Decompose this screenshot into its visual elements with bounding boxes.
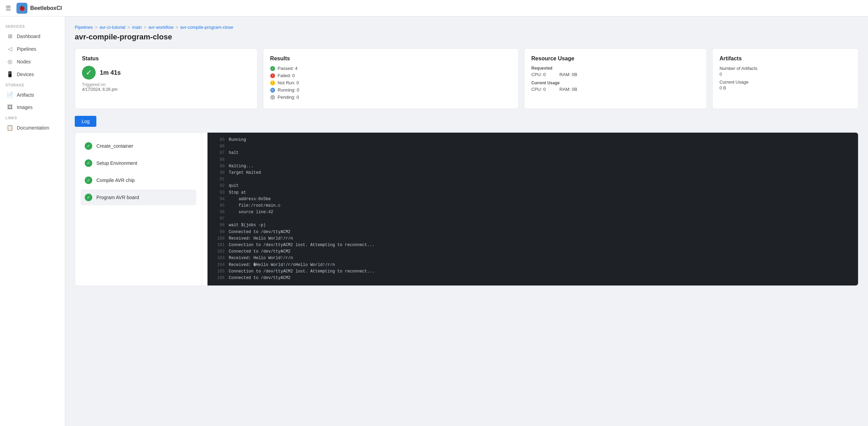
- resource-card-title: Resource Usage: [531, 56, 700, 62]
- result-item-3: ↻Running: 0: [270, 87, 512, 93]
- results-list: ✓Passed: 4!Failed: 0!Not Run: 0↻Running:…: [270, 66, 512, 100]
- resource-current-row: CPU: 0 RAM: 0B: [531, 87, 700, 92]
- log-line-17: 102Connected to /dev/ttyACM2: [207, 248, 858, 255]
- sidebar-item-artifacts[interactable]: 📄Artifacts: [0, 88, 65, 101]
- app-logo: 🐞 BeetleboxCI: [16, 3, 62, 14]
- resource-requested-row: CPU: 0 RAM: 0B: [531, 72, 700, 77]
- log-num-11: 96: [212, 209, 225, 216]
- log-line-8: 93Stop at: [207, 190, 858, 196]
- breadcrumb-item-0[interactable]: Pipelines: [75, 25, 93, 30]
- log-num-6: 91: [212, 176, 225, 183]
- sidebar-item-nodes[interactable]: ◎Nodes: [0, 55, 65, 68]
- breadcrumb-sep-0: >: [95, 25, 98, 30]
- log-num-0: 85: [212, 137, 225, 143]
- log-num-18: 103: [212, 255, 225, 261]
- bottom-section: ✓Create_container✓Setup Environment✓Comp…: [75, 132, 858, 286]
- log-line-21: 106Connected to /dev/ttyACM2: [207, 275, 858, 281]
- log-line-14: 99Connected to /dev/ttyACM2: [207, 229, 858, 235]
- breadcrumb-item-3[interactable]: avr-workflow: [148, 25, 174, 30]
- status-check-icon: ✓: [82, 66, 96, 80]
- log-text-5: Target Halted: [229, 170, 261, 176]
- log-panel[interactable]: 85Running8687halt8889Halting...90Target …: [207, 133, 858, 285]
- log-text-7: quit: [229, 183, 239, 189]
- logo-icon: 🐞: [16, 3, 27, 14]
- log-line-11: 96 source line:42: [207, 209, 858, 216]
- artifacts-current-value: 0 B: [720, 85, 851, 90]
- step-label-compile_avr: Compile AVR chip: [96, 178, 135, 183]
- log-num-4: 89: [212, 163, 225, 170]
- step-check-compile_avr: ✓: [85, 177, 92, 184]
- log-text-8: Stop at: [229, 190, 246, 196]
- log-text-13: wait $(jobs -p): [229, 222, 266, 229]
- log-text-21: Connected to /dev/ttyACM2: [229, 275, 290, 281]
- log-line-0: 85Running: [207, 137, 858, 143]
- sidebar-item-images[interactable]: 🖼Images: [0, 101, 65, 113]
- breadcrumb-item-4[interactable]: avr-compile-program-close: [180, 25, 233, 30]
- results-card-title: Results: [270, 56, 512, 62]
- ram-requested: RAM: 0B: [559, 72, 577, 77]
- log-line-2: 87halt: [207, 150, 858, 156]
- log-num-13: 98: [212, 222, 225, 229]
- result-dot-blue: ↻: [270, 88, 275, 93]
- result-label-3: Running: 0: [278, 87, 299, 93]
- result-label-4: Pending: 0: [278, 95, 299, 100]
- log-num-9: 94: [212, 196, 225, 203]
- log-line-19: 104Received: �Hello World!/r/nHello Worl…: [207, 262, 858, 268]
- log-line-4: 89Halting...: [207, 163, 858, 170]
- artifacts-number-value: 0: [720, 72, 851, 77]
- result-dot-red: !: [270, 73, 275, 78]
- log-text-9: address:0x5be: [229, 196, 271, 203]
- log-line-1: 86: [207, 143, 858, 150]
- sidebar-section-services: SERVICES: [0, 22, 65, 30]
- breadcrumb-item-1[interactable]: avr-ci-tutorial: [99, 25, 125, 30]
- log-line-15: 100Received: Hello World!/r/n: [207, 235, 858, 242]
- main-content: Pipelines > avr-ci-tutorial > main > avr…: [65, 16, 868, 426]
- artifacts-current-label: Current Usage: [720, 80, 851, 85]
- sidebar: SERVICES⊞Dashboard◁Pipelines◎Nodes📱Devic…: [0, 16, 65, 426]
- status-card: Status ✓ 1m 41s Triggered on: 4/17/2024,…: [75, 48, 258, 109]
- sidebar-item-pipelines[interactable]: ◁Pipelines: [0, 42, 65, 55]
- step-item-program_avr[interactable]: ✓Program AVR board: [81, 190, 196, 205]
- sidebar-section-links: LINKS: [0, 113, 65, 121]
- sidebar-item-dashboard[interactable]: ⊞Dashboard: [0, 30, 65, 42]
- result-item-2: !Not Run: 0: [270, 80, 512, 85]
- artifacts-card-title: Artifacts: [720, 56, 851, 62]
- status-triggered-date: 4/17/2024, 6:26 pm: [82, 87, 250, 92]
- sidebar-item-label-documentation: Documentation: [17, 125, 49, 131]
- log-line-3: 88: [207, 157, 858, 163]
- log-num-10: 95: [212, 203, 225, 209]
- log-button[interactable]: Log: [75, 116, 96, 127]
- sidebar-item-label-artifacts: Artifacts: [17, 92, 34, 98]
- status-card-title: Status: [82, 56, 250, 62]
- log-text-16: Connection to /dev/ttyACM2 lost. Attempt…: [229, 242, 374, 248]
- sidebar-section-storage: STORAGE: [0, 81, 65, 88]
- breadcrumb: Pipelines > avr-ci-tutorial > main > avr…: [75, 25, 858, 30]
- result-label-0: Passed: 4: [278, 66, 298, 71]
- resource-requested-label: Requested: [531, 66, 700, 71]
- log-text-14: Connected to /dev/ttyACM2: [229, 229, 290, 235]
- sidebar-item-label-pipelines: Pipelines: [17, 46, 36, 52]
- status-row: ✓ 1m 41s: [82, 66, 250, 80]
- log-line-9: 94 address:0x5be: [207, 196, 858, 203]
- hamburger-icon[interactable]: ☰: [5, 4, 11, 12]
- sidebar-item-documentation[interactable]: 📋Documentation: [0, 121, 65, 134]
- log-text-2: halt: [229, 150, 239, 156]
- steps-panel: ✓Create_container✓Setup Environment✓Comp…: [75, 133, 202, 285]
- resource-card: Resource Usage Requested CPU: 0 RAM: 0B …: [524, 48, 707, 109]
- log-text-17: Connected to /dev/ttyACM2: [229, 248, 290, 255]
- resource-current-label: Current Usage: [531, 81, 700, 85]
- step-item-create_container[interactable]: ✓Create_container: [81, 138, 196, 154]
- step-item-setup_environment[interactable]: ✓Setup Environment: [81, 155, 196, 171]
- images-icon: 🖼: [7, 104, 13, 110]
- log-num-5: 90: [212, 170, 225, 176]
- step-item-compile_avr[interactable]: ✓Compile AVR chip: [81, 172, 196, 188]
- cpu-current: CPU: 0: [531, 87, 546, 92]
- breadcrumb-item-2[interactable]: main: [132, 25, 142, 30]
- nodes-icon: ◎: [7, 58, 13, 65]
- step-check-program_avr: ✓: [85, 194, 92, 201]
- log-text-11: source line:42: [229, 209, 273, 216]
- log-line-12: 97: [207, 216, 858, 222]
- log-num-7: 92: [212, 183, 225, 189]
- sidebar-item-devices[interactable]: 📱Devices: [0, 68, 65, 81]
- status-triggered-label: Triggered on:: [82, 82, 250, 87]
